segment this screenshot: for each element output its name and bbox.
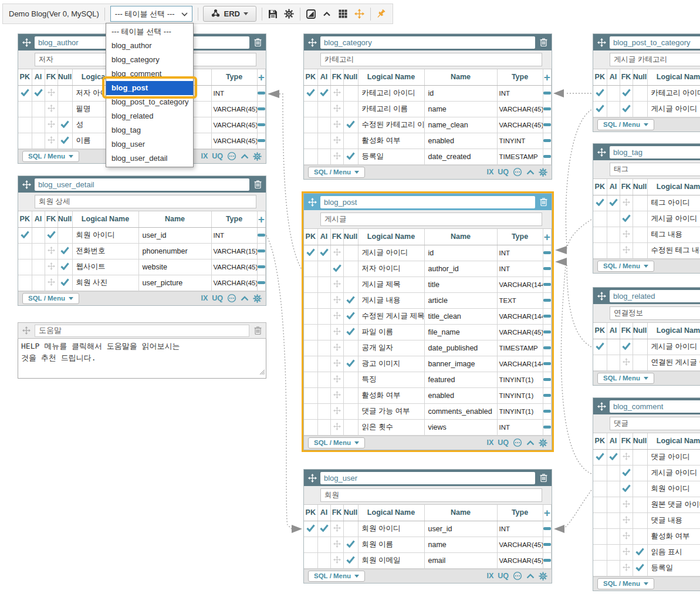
move-table-icon[interactable] (21, 180, 32, 189)
name-cell[interactable]: date_created (424, 149, 497, 164)
type-cell[interactable]: VARCHAR(45) (497, 101, 543, 117)
remove-column-button[interactable] (257, 259, 266, 275)
pk-cell[interactable] (593, 560, 607, 576)
table-name-input[interactable] (610, 36, 700, 49)
pk-cell[interactable] (304, 292, 317, 308)
logical-name-cell[interactable]: 댓글 내용 (647, 512, 700, 528)
ai-cell[interactable] (32, 259, 45, 275)
uq-unique-button[interactable]: UQ (498, 572, 509, 580)
sql-menu-button[interactable]: SQL / Menu (22, 293, 79, 304)
name-cell[interactable]: email (424, 552, 497, 568)
pk-cell[interactable] (593, 85, 607, 101)
table-name-input[interactable] (610, 400, 700, 413)
ai-cell[interactable] (317, 356, 330, 372)
ai-cell[interactable] (607, 481, 620, 497)
uq-unique-button[interactable]: UQ (498, 439, 509, 447)
table-name-input[interactable] (320, 472, 535, 484)
null-cell[interactable] (633, 512, 647, 528)
add-column-button[interactable]: + (543, 229, 552, 245)
ai-cell[interactable] (317, 101, 330, 117)
logical-name-cell[interactable]: 게시글 아이디 (358, 245, 424, 261)
collapse-table-icon[interactable] (526, 574, 535, 579)
ix-index-button[interactable]: IX (486, 572, 493, 580)
type-cell[interactable]: VARCHAR(45) (497, 537, 543, 552)
add-column-button[interactable]: + (257, 211, 266, 227)
fk-cell[interactable] (45, 85, 58, 101)
type-cell[interactable]: TEXT (497, 292, 543, 308)
fk-cell[interactable] (330, 419, 343, 435)
collapse-table-icon[interactable] (526, 170, 535, 175)
table-comment-input[interactable] (320, 213, 542, 226)
sql-menu-button[interactable]: SQL / Menu (597, 578, 654, 589)
name-cell[interactable]: id (424, 85, 497, 101)
fk-cell[interactable] (620, 544, 633, 560)
fk-cell[interactable] (45, 259, 58, 275)
uq-unique-button[interactable]: UQ (212, 152, 223, 160)
fk-cell[interactable] (330, 261, 343, 276)
null-cell[interactable] (343, 419, 358, 435)
delete-table-icon[interactable] (252, 180, 263, 189)
ai-cell[interactable] (317, 117, 330, 133)
remove-column-button[interactable] (543, 276, 552, 292)
ai-cell[interactable] (317, 308, 330, 324)
logical-name-cell[interactable]: 게시글 아이디 (647, 101, 700, 117)
name-cell[interactable]: enabled (424, 133, 497, 149)
ai-cell[interactable] (317, 521, 330, 537)
null-cell[interactable] (343, 324, 358, 340)
ai-cell[interactable] (607, 355, 620, 370)
logical-name-cell[interactable]: 회원 아이디 (358, 521, 424, 537)
null-cell[interactable] (343, 356, 358, 372)
collapse-table-icon[interactable] (241, 296, 249, 301)
logical-name-cell[interactable]: 웹사이트 (72, 259, 138, 275)
ai-cell[interactable] (32, 227, 45, 243)
pk-cell[interactable] (18, 101, 32, 117)
table-title-bar[interactable] (304, 194, 552, 210)
logical-name-cell[interactable]: 게시글 아이디 (647, 211, 700, 227)
remove-column-button[interactable] (543, 537, 552, 552)
table-settings-gear-icon[interactable] (539, 168, 547, 177)
fk-cell[interactable] (330, 276, 343, 292)
ai-cell[interactable] (32, 275, 45, 291)
remove-column-button[interactable] (257, 85, 266, 101)
dropdown-item[interactable]: blog_tag (106, 123, 193, 137)
table-title-bar[interactable] (18, 176, 266, 193)
pk-cell[interactable] (593, 195, 607, 211)
remove-column-button[interactable] (257, 243, 266, 259)
ai-cell[interactable] (317, 419, 330, 435)
ai-cell[interactable] (607, 465, 620, 481)
fk-cell[interactable] (330, 117, 343, 133)
table-title-bar[interactable] (593, 144, 700, 160)
note-title-bar[interactable] (18, 322, 266, 339)
ai-cell[interactable] (317, 403, 330, 419)
fk-cell[interactable] (330, 340, 343, 356)
ai-cell[interactable] (607, 449, 620, 465)
fk-cell[interactable] (330, 403, 343, 419)
pk-cell[interactable] (593, 227, 607, 242)
null-cell[interactable] (343, 552, 358, 568)
table-name-input[interactable] (320, 36, 535, 49)
null-cell[interactable] (343, 261, 358, 276)
ai-cell[interactable] (317, 324, 330, 340)
ix-index-button[interactable]: IX (201, 294, 208, 302)
ai-cell[interactable] (32, 117, 45, 133)
remove-column-button[interactable] (257, 227, 266, 243)
contrast-icon[interactable] (306, 9, 316, 19)
name-cell[interactable]: user_id (138, 227, 211, 243)
table-settings-gear-icon[interactable] (253, 294, 262, 303)
move-table-icon[interactable] (596, 38, 607, 47)
type-cell[interactable]: TIMESTAMP (497, 149, 543, 164)
pk-cell[interactable] (593, 497, 607, 512)
sql-menu-button[interactable]: SQL / Menu (308, 571, 365, 582)
delete-table-icon[interactable] (538, 197, 549, 207)
logical-name-cell[interactable]: 테그 아이디 (647, 195, 700, 211)
null-cell[interactable] (633, 528, 647, 544)
remove-column-button[interactable] (543, 101, 552, 117)
fk-cell[interactable] (620, 242, 633, 258)
type-cell[interactable]: INT (497, 85, 543, 101)
move-table-icon[interactable] (307, 198, 317, 207)
pk-cell[interactable] (304, 537, 317, 552)
remove-column-button[interactable] (543, 245, 552, 261)
type-cell[interactable]: VARCHAR(45) (211, 101, 257, 117)
logical-name-cell[interactable]: 등록일 (647, 560, 700, 576)
add-column-button[interactable]: + (257, 69, 266, 85)
